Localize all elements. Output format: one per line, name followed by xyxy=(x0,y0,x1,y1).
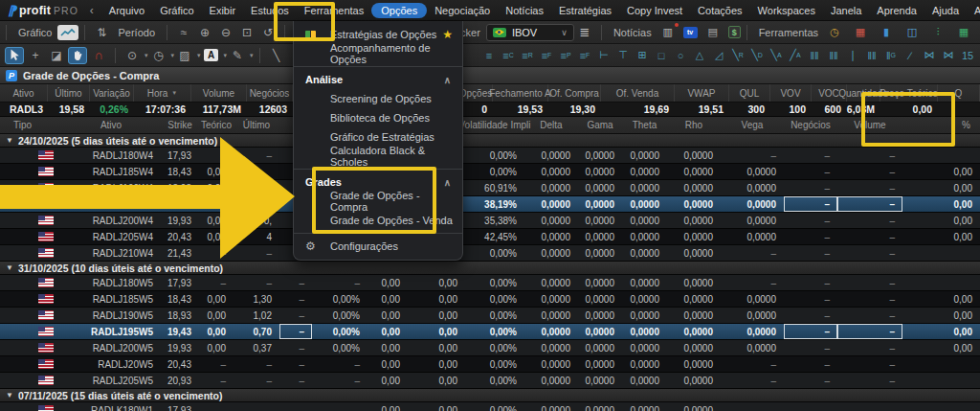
asset-col-header-vwap[interactable]: VWAP xyxy=(675,84,729,102)
options-col-header-volatilidade-impli[interactable]: Volatilidade Impli xyxy=(465,117,524,133)
menu-item-negociacao[interactable]: Negociação xyxy=(427,2,498,19)
menu-item-janela[interactable]: Janela xyxy=(823,2,869,19)
ray-angle-tool-icon[interactable]: ╲R xyxy=(729,47,746,64)
window-grid-icon[interactable]: ◫ xyxy=(902,24,922,41)
time-zones-tool-icon[interactable]: ‖‖ xyxy=(863,47,880,64)
text-tool-icon-caret[interactable]: ▾ xyxy=(224,52,228,59)
tv-icon[interactable]: tv xyxy=(683,27,698,38)
asset-col-header-qul[interactable]: QUL xyxy=(729,84,770,102)
dropdown-item-screening-de-opcoes[interactable]: Screening de Opções xyxy=(294,89,462,108)
ticker-select[interactable]: IBOV ∨ xyxy=(486,24,574,41)
menu-item-estudos[interactable]: Estudos xyxy=(243,2,297,19)
price-box-tool-icon[interactable]: ⊞ xyxy=(634,47,651,64)
menu-item-copy-invest[interactable]: Copy Invest xyxy=(619,2,690,19)
chevron-up-icon[interactable]: ∧ xyxy=(444,177,451,188)
asset-col-header-vov[interactable]: VOV xyxy=(770,84,812,102)
menu-item-estrategias[interactable]: Estratégias xyxy=(551,2,619,19)
magnet-tool-icon[interactable]: ∩ xyxy=(89,47,108,64)
expiry-group-header-0[interactable]: ▼24/10/2025 (5 dias úteis até o vencimen… xyxy=(0,134,980,148)
bar-count-tool-icon[interactable]: 15 xyxy=(959,47,976,64)
rectangle-tool-icon[interactable]: □ xyxy=(653,47,670,64)
dropdown-item-grafico-de-estrategias[interactable]: Gráfico de Estratégias xyxy=(294,127,462,147)
options-col-header-delta[interactable]: Delta xyxy=(524,117,578,133)
panel-titlebar[interactable]: P Grade de Opções - Compra xyxy=(0,67,980,84)
visibility-tool-icon[interactable]: ⊙ xyxy=(122,47,142,64)
pen-tool-icon[interactable]: ✎ xyxy=(228,47,247,64)
compress-tool-icon[interactable]: ⋈ xyxy=(940,47,957,64)
arc-tool-icon[interactable]: ◿ xyxy=(710,47,727,64)
heatmap-icon[interactable]: ▦ xyxy=(851,24,870,41)
zoom-reset-icon[interactable]: ↺ xyxy=(258,24,278,41)
dropdown-item-grade-de-opcoes-compra[interactable]: Grade de Opções - Compra xyxy=(294,192,462,211)
asset-col-header-opcoes[interactable]: Opções xyxy=(459,84,493,102)
angle-tool-icon[interactable]: ╱A xyxy=(787,47,804,64)
options-col-header-tipo[interactable]: Tipo xyxy=(0,117,61,133)
dropdown-item-configuracoes[interactable]: ⚙Configurações xyxy=(294,237,462,256)
asset-col-header-of-venda[interactable]: Of. Venda xyxy=(601,84,675,102)
options-col-header-gama[interactable]: Gama xyxy=(578,117,622,133)
panel-icon[interactable]: ▮ xyxy=(877,24,896,41)
trendline-tool-icon[interactable]: ╲ xyxy=(267,47,286,64)
dropdown-section-grades[interactable]: Grades∧ xyxy=(294,172,462,192)
zoom-area-icon[interactable]: ⊡ xyxy=(237,24,256,41)
option-row[interactable]: RADLJ180W517,93––––0,000,000,00%0,00000,… xyxy=(0,275,980,291)
option-row[interactable]: RADLJ200W419,930,000,35,38%0,00000,00000… xyxy=(0,213,980,229)
options-col-header-rho[interactable]: Rho xyxy=(667,117,721,133)
option-row[interactable]: RADLJ185W418,430,000,00%0,00000,00000,00… xyxy=(0,164,980,180)
zoom-in-icon[interactable]: ⊕ xyxy=(195,24,214,41)
menu-item-atualizacao-disponivel[interactable]: Atualização Disponível xyxy=(967,2,980,19)
option-row[interactable]: RADLJ210W421,43––0,000,000,00%0,00000,00… xyxy=(0,245,980,262)
options-col-header-theta[interactable]: Theta xyxy=(622,117,667,133)
options-col-header-ultimo[interactable]: Último xyxy=(234,117,279,133)
menu-item-exibir[interactable]: Exibir xyxy=(202,2,244,19)
menu-item-arquivo[interactable]: Arquivo xyxy=(101,2,152,19)
option-row-selected[interactable]: RADLJ195W519,430,000,70–0,00%0,000,000,0… xyxy=(0,324,980,340)
options-col-header-ativo[interactable]: Ativo xyxy=(61,117,161,133)
channel-tool-icon[interactable]: ≡C xyxy=(500,47,517,64)
asset-col-header-preco-teorico[interactable]: Preço Teórico xyxy=(880,84,938,102)
vertical-range-tool-icon[interactable]: ⊤ xyxy=(614,47,632,64)
menu-item-grafico[interactable]: Gráfico xyxy=(152,2,201,19)
collapse-triangle-icon[interactable]: ▼ xyxy=(6,391,13,400)
option-row[interactable]: RADLJ190W518,930,001,02–0,00%0,000,000,0… xyxy=(0,308,980,324)
fibonacci-tool-icon[interactable]: ≡F xyxy=(538,47,555,64)
option-row[interactable]: RADLK180W117,93––––0,000,000,00%0,00000,… xyxy=(0,402,980,411)
options-col-header-negocios[interactable]: Negócios xyxy=(784,117,837,133)
collapse-menu-icon[interactable]: ‹ xyxy=(88,4,101,17)
slash-tool-icon[interactable]: ∕ xyxy=(902,47,919,64)
gann-tool-icon[interactable]: ‖G xyxy=(882,47,900,64)
watchlist-icon[interactable]: ≣ xyxy=(575,24,594,41)
market-map-icon[interactable]: ▦ xyxy=(954,24,973,41)
asset-col-header-negocios[interactable]: Negócios xyxy=(247,84,293,102)
hand-tool-icon[interactable] xyxy=(68,47,87,64)
option-row[interactable]: RADLJ205W420,430,00442,45%0,00000,00000,… xyxy=(0,229,980,245)
asset-col-header-hora[interactable]: Hora▼ xyxy=(134,84,191,102)
menu-item-opcoes[interactable]: Opções xyxy=(371,3,427,18)
option-row[interactable]: RADLJ180W417,93––0,00%0,00000,00000,0000… xyxy=(0,148,980,164)
dropdown-item-calculadora-black-scholes[interactable]: Calculadora Black & Scholes xyxy=(294,147,462,166)
collapse-triangle-icon[interactable]: ▼ xyxy=(6,263,13,272)
menu-item-ferramentas[interactable]: Ferramentas xyxy=(297,2,371,19)
financial-news-icon[interactable]: $ xyxy=(728,26,741,38)
market-news-icon[interactable]: ▥ xyxy=(658,24,678,41)
options-col-header-teorico[interactable]: Teórico xyxy=(199,117,234,133)
asset-col-header-volume[interactable]: Volume xyxy=(191,84,247,102)
ellipse-tool-icon[interactable]: ○ xyxy=(672,47,689,64)
dropdown-item-acompanhamento-de-opcoes[interactable]: Acompanhamento de Opções xyxy=(294,44,462,63)
fib-fan-tool-icon[interactable]: ≡F xyxy=(576,47,593,64)
options-col-header-strike[interactable]: Strike xyxy=(161,117,199,133)
asset-col-header-variacao[interactable]: Variação xyxy=(90,84,134,102)
dropdown-item-estrategias-de-opcoes[interactable]: Estratégias de Opções★ xyxy=(294,25,462,44)
menu-item-cotacoes[interactable]: Cotações xyxy=(690,2,749,19)
expiry-group-header-1[interactable]: ▼31/10/2025 (10 dias úteis até o vencime… xyxy=(0,262,980,275)
newspaper-icon[interactable]: ▤ xyxy=(703,24,723,41)
menu-item-ajuda[interactable]: Ajuda xyxy=(924,2,967,19)
horizontal-line-tool-icon[interactable]: ⊢ xyxy=(595,47,612,64)
asset-col-header-ativo[interactable]: Ativo xyxy=(0,84,48,102)
asset-col-header-fechamento-a[interactable]: Fechamento A xyxy=(493,84,548,102)
option-row[interactable]: RADLJ20W520,43––––0,000,000,00%0,00000,0… xyxy=(0,356,980,373)
timer-tool-icon[interactable]: ◷ xyxy=(149,47,168,64)
asset-col-header-quantidade[interactable]: Quantidade xyxy=(847,84,880,102)
timer-icon[interactable]: ◷ xyxy=(825,24,844,41)
option-row[interactable]: RADLJ200W519,930,000,37–0,00%0,000,000,0… xyxy=(0,340,980,356)
